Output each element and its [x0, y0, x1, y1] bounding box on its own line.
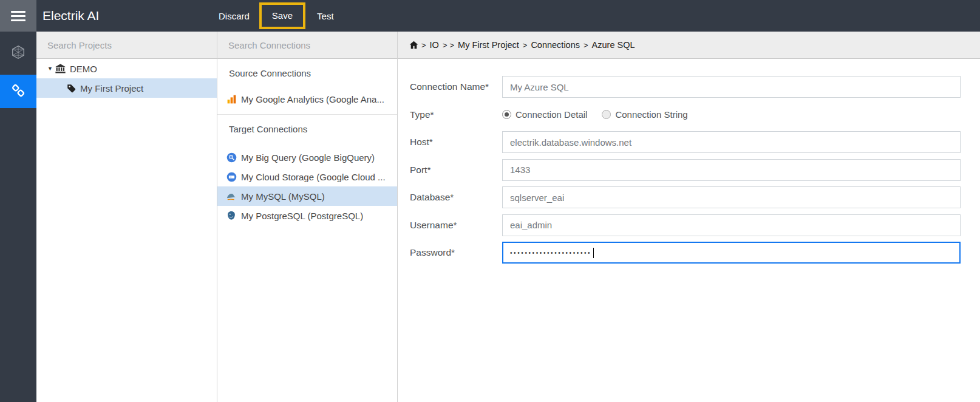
- host-label: Host*: [410, 131, 433, 153]
- breadcrumb-separator: >: [523, 41, 528, 50]
- radio-selected-icon: [502, 110, 511, 119]
- username-label: Username*: [410, 214, 457, 236]
- connection-label: My PostgreSQL (PostgreSQL): [241, 211, 363, 221]
- tree-item-demo[interactable]: ▼ DEMO: [36, 59, 217, 78]
- form-row-database: Database*: [410, 186, 980, 214]
- connections-search-row: [217, 32, 397, 59]
- icon-sidebar: [0, 32, 36, 402]
- search-connections-input[interactable]: [217, 40, 397, 50]
- connections-panel: Source Connections My Google Analytics (…: [217, 32, 398, 402]
- test-button[interactable]: Test: [317, 11, 334, 21]
- radio-connection-string[interactable]: Connection String: [602, 109, 687, 120]
- breadcrumb-separator: >: [584, 41, 588, 50]
- connection-label: My MySQL (MySQL): [241, 191, 325, 202]
- tree-item-label: My First Project: [80, 83, 143, 94]
- navbar-actions: Discard Save Test: [214, 0, 334, 32]
- menu-button[interactable]: [0, 0, 36, 32]
- source-connections-header: Source Connections: [229, 66, 397, 81]
- tree-item-label: DEMO: [70, 64, 97, 74]
- breadcrumb-separator: >: [421, 41, 426, 50]
- form-row-host: Host*: [410, 131, 980, 159]
- connection-label: My Google Analytics (Google Ana...: [241, 94, 384, 104]
- username-input[interactable]: [502, 214, 961, 236]
- section-divider: [217, 114, 397, 115]
- connection-name-input[interactable]: [502, 76, 961, 98]
- bigquery-icon: [225, 152, 238, 163]
- discard-button[interactable]: Discard: [219, 11, 250, 21]
- radio-connection-detail[interactable]: Connection Detail: [502, 109, 587, 120]
- radio-label: Connection Detail: [516, 109, 587, 120]
- projects-search-row: [36, 32, 217, 59]
- link-icon: [10, 83, 26, 101]
- postgresql-icon: [225, 211, 238, 220]
- home-icon[interactable]: [409, 40, 419, 50]
- database-label: Database*: [410, 186, 454, 208]
- connection-item-google-analytics[interactable]: My Google Analytics (Google Ana...: [217, 89, 397, 109]
- sidebar-item-hexagon[interactable]: [0, 38, 36, 69]
- connection-item-cloud-storage[interactable]: My Cloud Storage (Google Cloud ...: [217, 167, 397, 186]
- radio-unselected-icon: [602, 110, 611, 119]
- target-connections-list: My Big Query (Google BigQuery) My Cloud …: [217, 148, 397, 225]
- breadcrumb-separator: >: [450, 41, 455, 50]
- google-analytics-icon: [225, 95, 238, 104]
- breadcrumb-item-connections[interactable]: Connections: [531, 40, 580, 50]
- radio-label: Connection String: [615, 109, 687, 120]
- top-navbar: Electrik AI Discard Save Test: [0, 0, 980, 32]
- connection-item-postgresql[interactable]: My PostgreSQL (PostgreSQL): [217, 206, 397, 225]
- connection-item-big-query[interactable]: My Big Query (Google BigQuery): [217, 148, 397, 167]
- form-row-port: Port*: [410, 159, 980, 187]
- breadcrumb-item-azure-sql[interactable]: Azure SQL: [592, 40, 635, 50]
- projects-panel: ▼ DEMO My First Project: [36, 32, 217, 402]
- tree-item-my-first-project[interactable]: My First Project: [36, 78, 217, 98]
- form-row-type: Type* Connection Detail Connection Strin…: [410, 104, 980, 132]
- menu-icon: [11, 11, 26, 13]
- connection-name-label: Connection Name*: [410, 76, 489, 98]
- connection-item-mysql[interactable]: My MySQL (MySQL): [217, 186, 397, 206]
- port-input[interactable]: [502, 159, 961, 181]
- connection-label: My Cloud Storage (Google Cloud ...: [241, 172, 386, 182]
- app-title: Electrik AI: [43, 0, 99, 32]
- form-row-password: Password* ••••••••••••••••••••••: [410, 242, 980, 270]
- mysql-icon: [225, 191, 238, 201]
- type-label: Type*: [410, 104, 434, 126]
- text-cursor: [593, 248, 594, 258]
- sidebar-item-connections[interactable]: [0, 75, 36, 108]
- password-label: Password*: [410, 242, 455, 264]
- cloud-storage-icon: [225, 172, 238, 182]
- target-connections-header: Target Connections: [229, 122, 397, 137]
- password-masked-value: ••••••••••••••••••••••: [510, 249, 591, 256]
- password-input[interactable]: ••••••••••••••••••••••: [502, 242, 961, 264]
- connection-label: My Big Query (Google BigQuery): [241, 152, 375, 163]
- search-projects-input[interactable]: [36, 40, 217, 50]
- database-input[interactable]: [502, 186, 961, 208]
- projects-tree: ▼ DEMO My First Project: [36, 59, 217, 98]
- type-radio-group: Connection Detail Connection String: [502, 104, 688, 126]
- breadcrumb-separator: >: [443, 41, 447, 50]
- caret-down-icon[interactable]: ▼: [47, 66, 55, 72]
- breadcrumb: > IO > > My First Project > Connections …: [398, 32, 980, 59]
- tag-icon: [67, 84, 76, 93]
- breadcrumb-item-io[interactable]: IO: [430, 40, 439, 50]
- main-panel: > IO > > My First Project > Connections …: [398, 32, 980, 402]
- host-input[interactable]: [502, 131, 961, 153]
- connection-form: Connection Name* Type* Connection Detail…: [398, 59, 980, 270]
- form-row-connection-name: Connection Name*: [410, 76, 980, 104]
- breadcrumb-item-project[interactable]: My First Project: [458, 40, 519, 50]
- form-row-username: Username*: [410, 214, 980, 242]
- save-button[interactable]: Save: [272, 10, 293, 21]
- hexagon-icon: [10, 44, 26, 63]
- port-label: Port*: [410, 159, 430, 181]
- save-button-highlight: Save: [259, 2, 305, 29]
- bank-icon: [55, 64, 66, 73]
